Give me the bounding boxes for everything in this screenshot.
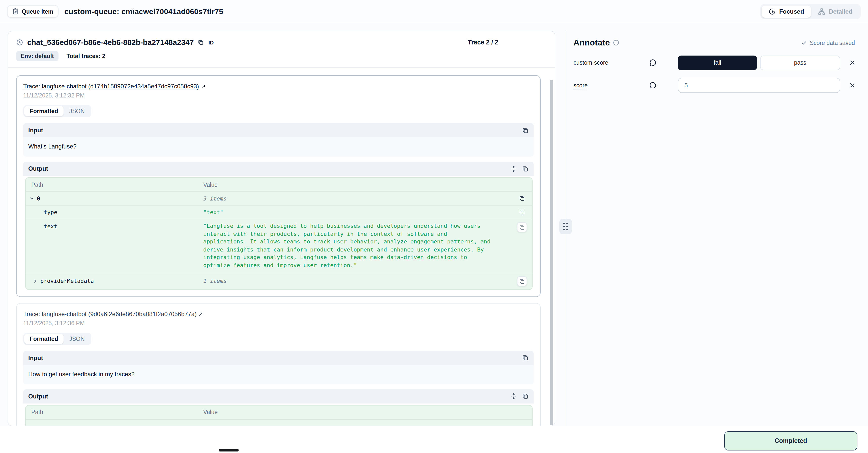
delete-score-icon[interactable] [849,60,856,66]
trace-timestamp-2: 11/12/2025, 3:12:36 PM [23,320,534,326]
focused-toggle-label: Focused [779,8,804,15]
input-value-1: What's Langfuse? [23,137,534,157]
trace-panel: chat_536ed067-b86e-4eb6-882b-ba27148a234… [7,31,555,426]
copy-icon[interactable] [522,355,529,361]
tab-formatted-2[interactable]: Formatted [24,334,64,344]
detailed-toggle[interactable]: Detailed [811,5,860,18]
trace-card-2: Trace: langfuse-chatbot (9d0a6f2e6de8670… [16,303,541,426]
table-row[interactable]: type "text" [26,205,532,219]
output-label-1: Output [28,165,48,172]
check-icon [801,40,807,46]
chevron-right-icon[interactable] [33,279,38,284]
external-link-icon [198,311,203,316]
completed-button[interactable]: Completed [724,431,858,451]
score-row-score: score [574,78,864,93]
col-path-1: Path [26,181,203,188]
trace-counter: Trace 2 / 2 [468,39,498,46]
horizontal-scrollbar-thumb[interactable] [219,449,239,452]
comment-bubble-icon[interactable] [649,59,678,66]
bottom-bar: Completed [0,426,868,453]
trace-link-1[interactable]: Trace: langfuse-chatbot (d174b1589072e43… [23,83,206,90]
detailed-toggle-label: Detailed [829,8,852,15]
annotate-title: Annotate [574,38,610,48]
queue-item-badge: Queue item [7,5,58,18]
total-traces-label: Total traces: 2 [67,53,105,59]
row-value: "Langfuse is a tool designed to help bus… [203,222,514,270]
app-window: Queue item custom-queue: cmiacwel70041ad… [0,0,868,453]
table-row[interactable]: text "Langfuse is a tool designed to hel… [26,219,532,273]
copy-icon[interactable] [522,127,529,134]
copy-icon[interactable] [519,209,525,215]
save-status: Score data saved [801,40,855,46]
tab-formatted-1[interactable]: Formatted [24,106,64,116]
clock-icon [16,39,23,46]
trace-panel-meta: Env: default Total traces: 2 [16,51,547,61]
comment-bubble-icon[interactable] [649,82,678,89]
col-value-2: Value [203,409,514,415]
unfold-vertical-icon[interactable] [510,165,517,172]
score-option-pass[interactable]: pass [760,55,840,70]
trace-panel-header: chat_536ed067-b86e-4eb6-882b-ba27148a234… [16,38,547,47]
queue-item-title: chat_536ed067-b86e-4eb6-882b-ba27148a234… [27,38,194,47]
view-mode-toggle: Focused Detailed [760,4,861,19]
copy-icon[interactable] [522,393,529,399]
score-row-custom-score: custom-score fail pass [574,55,864,70]
env-badge: Env: default [16,51,59,61]
copy-icon[interactable] [517,222,527,232]
delete-score-icon[interactable] [849,82,856,88]
info-icon[interactable] [613,39,620,46]
trace-link-2-label: Trace: langfuse-chatbot (9d0a6f2e6de8670… [23,310,197,317]
resize-grip-handle[interactable] [559,219,572,234]
col-path-2: Path [26,409,203,415]
chevron-down-icon[interactable] [29,196,34,201]
row-path: providerMetadata [40,278,94,284]
copy-icon[interactable] [519,195,525,201]
table-row[interactable]: providerMetadata 1 items [26,273,532,289]
input-section-1: Input What's Langfuse? [23,123,534,157]
trace-link-1-label: Trace: langfuse-chatbot (d174b1589072e43… [23,83,199,90]
top-bar: Queue item custom-queue: cmiacwel70041ad… [0,0,868,23]
vertical-scrollbar[interactable] [550,80,553,425]
trace-card-1: Trace: langfuse-chatbot (d174b1589072e43… [16,75,541,297]
input-label-1: Input [28,127,43,134]
copy-id-icon[interactable] [198,39,204,45]
input-section-2: Input How to get user feedback in my tra… [23,351,534,384]
tab-json-1[interactable]: JSON [64,106,90,116]
output-label-2: Output [28,393,48,400]
copy-icon[interactable] [517,276,527,286]
id-label: ID [208,39,214,45]
copy-icon[interactable] [522,165,529,172]
output-section-1: Output Path Value [23,162,534,290]
row-path: type [44,209,57,216]
output-json-table-2: Path Value 0 3 items [25,405,533,426]
table-row[interactable]: 0 3 items [26,191,532,205]
circle-gauge-icon [769,8,776,15]
output-section-2: Output Path Value [23,389,534,426]
trace-link-2[interactable]: Trace: langfuse-chatbot (9d0a6f2e6de8670… [23,310,203,317]
trace-timestamp-1: 11/12/2025, 3:12:32 PM [23,92,534,98]
table-row[interactable]: 0 3 items [26,419,532,426]
score-value-input[interactable] [678,78,840,93]
row-value: 1 items [203,278,514,284]
format-tabs-1: Formatted JSON [23,105,91,117]
save-status-label: Score data saved [810,40,855,46]
score-name-label: custom-score [574,60,649,66]
divider [8,67,555,68]
score-option-fail[interactable]: fail [678,55,757,70]
page-title: custom-queue: cmiacwel70041ad060s7tlr75 [64,7,223,16]
queue-item-badge-label: Queue item [22,8,53,15]
external-link-icon [200,84,206,89]
row-value: "text" [203,209,514,216]
annotate-panel: Annotate Score data saved custom-score f… [574,31,864,426]
format-tabs-2: Formatted JSON [23,333,91,345]
score-name-label: score [574,82,649,88]
clipboard-pen-icon [12,8,19,15]
unfold-vertical-icon[interactable] [510,393,517,399]
row-value: 3 items [203,195,514,202]
output-json-table-1: Path Value 0 3 items [25,177,533,290]
row-path: 0 [37,195,40,202]
focused-toggle[interactable]: Focused [762,5,811,18]
tab-json-2[interactable]: JSON [64,334,90,344]
col-value-1: Value [203,181,514,188]
input-value-2: How to get user feedback in my traces? [23,365,534,384]
